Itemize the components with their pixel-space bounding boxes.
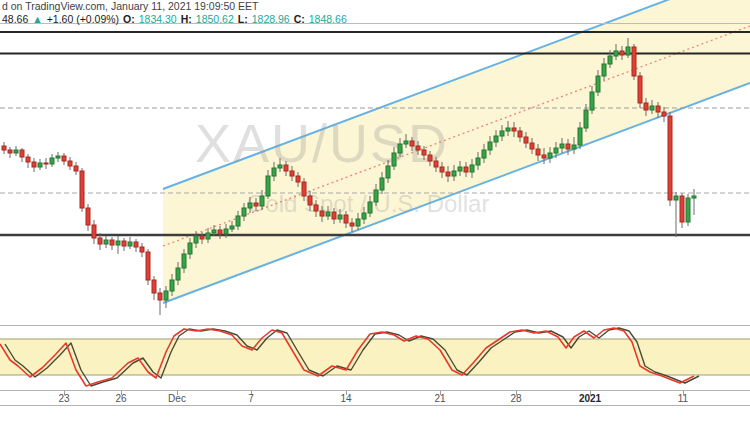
candle-body [122,241,126,246]
candle-body [62,156,66,161]
candle-body [608,56,612,64]
candle-body [530,143,534,149]
candle-body [518,131,522,137]
candle-body [104,240,108,244]
candle-body [20,150,24,157]
candle-body [56,156,60,158]
candle-body [224,229,228,234]
ohlc-readout: 48.66▲+1.60 (+0.09%)O:1834.30H:1850.62L:… [2,14,351,25]
candle-body [506,128,510,131]
candle-body [26,157,30,162]
candle-body [350,223,354,226]
candle-down [158,288,162,315]
candle-body [542,155,546,158]
candle-down [638,72,642,108]
candle-body [200,236,204,239]
candle-body [566,144,570,149]
time-axis-label: 28 [510,393,521,404]
candle-body [236,216,240,226]
candle-body [332,212,336,219]
candle-body [356,219,360,226]
candle-body [584,110,588,128]
time-axis-label: 21 [434,393,445,404]
ohlc-label: O: [123,13,135,25]
candle-body [260,196,264,206]
candle-down [26,154,30,168]
candle-body [212,230,216,233]
ohlc-label: C: [294,13,305,25]
candle-body [320,211,324,216]
candle-body [464,167,468,172]
candle-up [38,159,42,170]
stochastic-pane[interactable] [0,325,750,391]
candle-body [572,145,576,149]
candle-body [44,163,48,164]
candle-down [20,148,24,162]
candle-body [254,203,258,206]
main-price-pane[interactable]: XAU/USDGold Spot / U.S. Dollar [0,0,750,325]
time-axis-label: Dec [168,393,186,404]
publish-caption: d on TradingView.com, January 11, 2021 1… [2,1,351,12]
candle-body [14,150,18,153]
candle-up [128,237,132,249]
tradingview-chart-snapshot: XAU/USDGold Spot / U.S. Dollar d on Trad… [0,0,750,430]
candle-body [488,142,492,150]
candle-body [8,150,12,153]
candle-body [392,153,396,166]
candle-body [110,240,114,245]
candle-body [308,196,312,205]
candle-body [476,158,480,165]
candle-down [668,112,672,206]
candle-body [338,215,342,219]
candle-body [32,162,36,167]
candle-body [266,176,270,196]
chart-legend: d on TradingView.com, January 11, 2021 1… [2,1,351,25]
candle-body [512,128,516,131]
candle-down [74,162,78,175]
candle-body [38,163,42,167]
candle-body [362,213,366,219]
candle-body [98,238,102,244]
candle-body [134,242,138,247]
candle-body [278,165,282,168]
candle-body [590,92,594,110]
candle-body [602,64,606,76]
time-axis-label: 11 [678,393,688,404]
candle-body [80,171,84,208]
candle-body [248,203,252,208]
candle-body [170,280,174,291]
candle-body [398,144,402,153]
ohlc-value: +1.60 (+0.09%) [47,13,119,25]
candle-body [272,168,276,176]
candle-body [182,254,186,268]
candle-body [452,171,456,176]
candle-down [92,220,96,244]
candle-down [68,157,72,170]
candle-down [110,237,114,250]
candle-body [344,215,348,223]
ohlc-value: ▲ [32,13,42,25]
candle-body [440,167,444,172]
time-axis[interactable]: 2326Dec7142128202111 [0,391,750,406]
ohlc-value: 1834.30 [139,13,177,25]
ohlc-label: L: [238,13,248,25]
candle-body [302,182,306,196]
candle-body [500,131,504,136]
candle-body [638,76,642,103]
candle-body [674,196,678,200]
candle-down [62,153,66,165]
candle-body [494,136,498,142]
candle-body [164,291,168,300]
candle-body [626,47,630,55]
time-axis-label: 14 [340,393,351,404]
candle-body [524,137,528,143]
candle-up [14,146,18,156]
candle-up [104,236,108,248]
ohlc-value: 1828.96 [252,13,290,25]
candle-body [146,252,150,280]
ohlc-value: 1850.62 [196,13,234,25]
candle-up [686,194,690,226]
candle-body [578,128,582,145]
candle-body [650,106,654,110]
candle-body [410,141,414,146]
